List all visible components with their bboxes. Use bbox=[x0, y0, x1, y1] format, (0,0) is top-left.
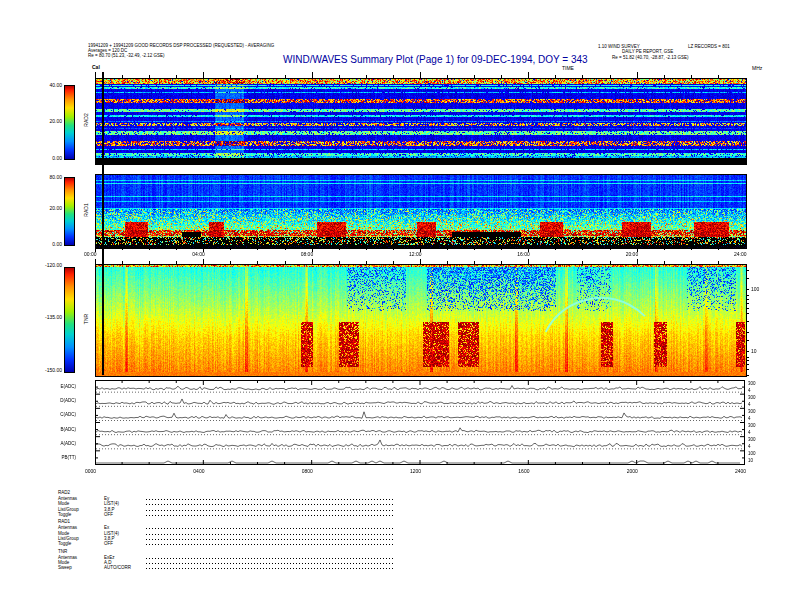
tnr-freq-tick bbox=[746, 357, 749, 358]
tnr-freq-tick bbox=[746, 360, 749, 361]
tnr-freq-tick bbox=[746, 364, 749, 365]
strip-right-bottom-label: 10 bbox=[748, 458, 753, 463]
tnr-colorbar-max: -120.00 bbox=[28, 262, 62, 268]
tnr-freq-tick bbox=[746, 295, 749, 296]
time-tick-label: 04:00 bbox=[192, 251, 205, 257]
strip-right-top-label: 300 bbox=[748, 423, 756, 428]
tnr-freq-tick bbox=[746, 332, 749, 333]
rad1-colorbar-mid: 20.00 bbox=[28, 205, 62, 211]
time-tick-label: 00:00 bbox=[84, 251, 97, 257]
tnr-freq-tick bbox=[746, 303, 749, 304]
tnr-freq-tick bbox=[746, 369, 749, 370]
strip-label: C(ADC) bbox=[46, 412, 76, 417]
tnr-freq-tick bbox=[746, 313, 749, 314]
wind-waves-summary-plot: 19941209 + 19941209 GOOD RECORDS DSP PRO… bbox=[0, 0, 792, 612]
header-right-lz-records: LZ RECORDS = 801 bbox=[688, 44, 730, 49]
bottom-tick-label: 0000 bbox=[85, 468, 96, 474]
rad1-axis-label: RAD1 bbox=[83, 180, 89, 240]
strip-label: E(ADC) bbox=[46, 384, 76, 389]
strip-label: B(ADC) bbox=[46, 427, 76, 432]
tnr-colorbar-mid: -135.00 bbox=[28, 314, 62, 320]
strip-label: D(ADC) bbox=[46, 398, 76, 403]
rad2-spectrogram bbox=[95, 78, 747, 165]
tnr-freq-tick bbox=[746, 278, 749, 279]
tnr-colorbar bbox=[64, 267, 75, 373]
tnr-spectrogram bbox=[95, 264, 747, 377]
tnr-freq-tick bbox=[746, 299, 749, 300]
strip-right-bottom-label: 4 bbox=[748, 402, 751, 407]
rad2-axis-label: RAD2 bbox=[83, 90, 89, 150]
rad2-colorbar-max: 40.00 bbox=[28, 82, 62, 88]
time-tick-label: 20:00 bbox=[626, 251, 639, 257]
rad1-spectrogram bbox=[95, 174, 747, 249]
rad1-colorbar-min: 0.00 bbox=[28, 241, 62, 247]
time-tick-label: 12:00 bbox=[409, 251, 422, 257]
page-title: WIND/WAVES Summary Plot (Page 1) for 09-… bbox=[283, 54, 588, 65]
tnr-freq-tick-label: 10 bbox=[751, 348, 757, 354]
strip-right-top-label: 300 bbox=[748, 437, 756, 442]
tnr-axis-label: TNR bbox=[83, 289, 89, 349]
tnr-freq-tick bbox=[746, 321, 749, 322]
housekeeping-strip-charts bbox=[95, 380, 745, 465]
legend: RAD2AntennasEyModeLIST(4)List/Group3,8,P… bbox=[58, 490, 393, 570]
tnr-freq-tick bbox=[746, 340, 749, 341]
rad2-colorbar-mid: 20.00 bbox=[28, 118, 62, 124]
bottom-tick-label: 0800 bbox=[302, 468, 313, 474]
cal-marker-line bbox=[102, 72, 104, 375]
strip-right-bottom-label: 4 bbox=[748, 416, 751, 421]
legend-row: ToggleOFF bbox=[58, 541, 393, 546]
legend-row: ToggleOFF bbox=[58, 512, 393, 517]
time-tick-label: 16:00 bbox=[517, 251, 530, 257]
strip-right-top-label: 300 bbox=[748, 395, 756, 400]
rad2-colorbar bbox=[64, 85, 75, 160]
tnr-freq-tick bbox=[746, 289, 749, 290]
strip-right-top-label: 100 bbox=[748, 451, 756, 456]
tnr-freq-tick bbox=[746, 375, 749, 376]
legend-row: SweepAUTO/CORR bbox=[58, 565, 393, 570]
strip-right-bottom-label: 4 bbox=[748, 430, 751, 435]
strip-label: PB(TT) bbox=[46, 455, 76, 460]
rad2-colorbar-min: 0.00 bbox=[28, 155, 62, 161]
time-axis-caption: TIME bbox=[562, 65, 574, 71]
strip-label: A(ADC) bbox=[46, 441, 76, 446]
strip-right-top-label: 300 bbox=[748, 409, 756, 414]
tnr-freq-tick bbox=[746, 270, 749, 271]
strip-right-bottom-label: 4 bbox=[748, 444, 751, 449]
time-tick-label: 08:00 bbox=[301, 251, 314, 257]
tnr-freq-tick bbox=[746, 308, 749, 309]
header-left-line3: Re = 80.70 (51.23, -32.49, -2.12 GSE) bbox=[88, 53, 164, 58]
bottom-tick-label: 2400 bbox=[735, 468, 746, 474]
bottom-tick-label: 1600 bbox=[518, 468, 529, 474]
strip-right-bottom-label: 4 bbox=[748, 388, 751, 393]
bottom-tick-label: 2000 bbox=[627, 468, 638, 474]
rad1-colorbar bbox=[64, 177, 75, 246]
rad1-colorbar-max: 80.00 bbox=[28, 174, 62, 180]
tnr-colorbar-min: -150.00 bbox=[28, 367, 62, 373]
strip-right-top-label: 300 bbox=[748, 381, 756, 386]
tnr-freq-tick-label: 100 bbox=[751, 286, 759, 292]
cal-marker-label: Cal bbox=[92, 64, 100, 70]
bottom-tick-label: 1200 bbox=[410, 468, 421, 474]
time-tick-label: 24:00 bbox=[734, 251, 747, 257]
tnr-freq-tick bbox=[746, 351, 749, 352]
header-right-daily: DAILY PE REPORT, GSE bbox=[622, 49, 673, 54]
bottom-tick-label: 0400 bbox=[193, 468, 204, 474]
header-right-position: Re = 51.82 (40.70, -28.87, -2.13 GSE) bbox=[612, 55, 688, 60]
mhz-unit-label: MHz bbox=[752, 65, 762, 71]
